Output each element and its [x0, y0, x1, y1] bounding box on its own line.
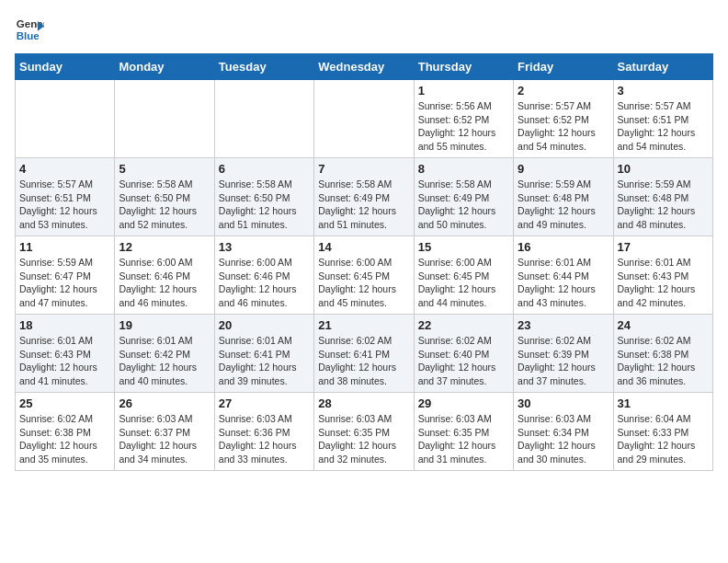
day-number: 31	[618, 396, 709, 410]
day-number: 20	[219, 318, 310, 332]
weekday-thursday: Thursday	[414, 54, 513, 80]
calendar-cell: 12Sunrise: 6:00 AM Sunset: 6:46 PM Dayli…	[115, 236, 214, 315]
calendar-cell: 2Sunrise: 5:57 AM Sunset: 6:52 PM Daylig…	[514, 80, 613, 158]
day-number: 7	[318, 162, 409, 176]
day-info: Sunrise: 6:02 AM Sunset: 6:40 PM Dayligh…	[418, 334, 509, 388]
calendar-cell: 13Sunrise: 6:00 AM Sunset: 6:46 PM Dayli…	[214, 236, 313, 315]
calendar-cell: 24Sunrise: 6:02 AM Sunset: 6:38 PM Dayli…	[613, 315, 712, 393]
logo: General Blue	[15, 15, 44, 44]
calendar-cell: 8Sunrise: 5:58 AM Sunset: 6:49 PM Daylig…	[414, 158, 513, 236]
day-number: 6	[219, 162, 310, 176]
day-number: 23	[518, 318, 609, 332]
day-info: Sunrise: 5:57 AM Sunset: 6:51 PM Dayligh…	[19, 178, 110, 232]
calendar-cell: 26Sunrise: 6:03 AM Sunset: 6:37 PM Dayli…	[115, 393, 214, 471]
day-info: Sunrise: 6:03 AM Sunset: 6:34 PM Dayligh…	[518, 412, 609, 466]
weekday-friday: Friday	[514, 54, 613, 80]
day-number: 9	[518, 162, 609, 176]
calendar-cell: 25Sunrise: 6:02 AM Sunset: 6:38 PM Dayli…	[16, 393, 115, 471]
weekday-monday: Monday	[115, 54, 214, 80]
day-info: Sunrise: 6:03 AM Sunset: 6:37 PM Dayligh…	[119, 412, 210, 466]
day-number: 12	[119, 240, 210, 254]
calendar-cell: 23Sunrise: 6:02 AM Sunset: 6:39 PM Dayli…	[514, 315, 613, 393]
day-info: Sunrise: 5:56 AM Sunset: 6:52 PM Dayligh…	[418, 99, 509, 154]
calendar-cell: 11Sunrise: 5:59 AM Sunset: 6:47 PM Dayli…	[16, 236, 115, 315]
calendar-cell: 20Sunrise: 6:01 AM Sunset: 6:41 PM Dayli…	[214, 315, 313, 393]
day-number: 19	[119, 318, 210, 332]
week-row-3: 11Sunrise: 5:59 AM Sunset: 6:47 PM Dayli…	[16, 236, 713, 315]
calendar-cell	[16, 80, 115, 158]
calendar-cell: 21Sunrise: 6:02 AM Sunset: 6:41 PM Dayli…	[314, 315, 414, 393]
day-number: 11	[19, 240, 110, 254]
day-info: Sunrise: 6:02 AM Sunset: 6:39 PM Dayligh…	[518, 334, 609, 388]
day-number: 3	[618, 84, 709, 98]
calendar-cell: 31Sunrise: 6:04 AM Sunset: 6:33 PM Dayli…	[613, 393, 712, 471]
day-info: Sunrise: 6:01 AM Sunset: 6:41 PM Dayligh…	[219, 334, 310, 388]
day-number: 1	[418, 84, 509, 98]
day-info: Sunrise: 6:02 AM Sunset: 6:41 PM Dayligh…	[318, 334, 409, 388]
calendar-cell: 16Sunrise: 6:01 AM Sunset: 6:44 PM Dayli…	[514, 236, 613, 315]
calendar-cell: 27Sunrise: 6:03 AM Sunset: 6:36 PM Dayli…	[214, 393, 313, 471]
day-number: 13	[219, 240, 310, 254]
day-number: 25	[19, 396, 110, 410]
day-number: 15	[418, 240, 509, 254]
day-info: Sunrise: 6:01 AM Sunset: 6:42 PM Dayligh…	[119, 334, 210, 388]
day-number: 10	[618, 162, 709, 176]
day-info: Sunrise: 6:01 AM Sunset: 6:43 PM Dayligh…	[618, 256, 709, 310]
calendar-cell: 17Sunrise: 6:01 AM Sunset: 6:43 PM Dayli…	[613, 236, 712, 315]
weekday-saturday: Saturday	[613, 54, 712, 80]
day-info: Sunrise: 6:03 AM Sunset: 6:35 PM Dayligh…	[418, 412, 509, 466]
calendar-cell: 14Sunrise: 6:00 AM Sunset: 6:45 PM Dayli…	[314, 236, 414, 315]
calendar-cell: 15Sunrise: 6:00 AM Sunset: 6:45 PM Dayli…	[414, 236, 513, 315]
day-number: 21	[318, 318, 409, 332]
day-number: 8	[418, 162, 509, 176]
svg-text:Blue: Blue	[17, 30, 40, 41]
weekday-tuesday: Tuesday	[214, 54, 313, 80]
day-info: Sunrise: 6:00 AM Sunset: 6:46 PM Dayligh…	[219, 256, 310, 310]
day-number: 17	[618, 240, 709, 254]
weekday-sunday: Sunday	[16, 54, 115, 80]
day-info: Sunrise: 5:58 AM Sunset: 6:49 PM Dayligh…	[418, 178, 509, 232]
day-number: 18	[19, 318, 110, 332]
day-info: Sunrise: 6:00 AM Sunset: 6:45 PM Dayligh…	[318, 256, 409, 310]
calendar-cell: 3Sunrise: 5:57 AM Sunset: 6:51 PM Daylig…	[613, 80, 712, 158]
logo-icon: General Blue	[15, 15, 44, 44]
day-info: Sunrise: 6:02 AM Sunset: 6:38 PM Dayligh…	[618, 334, 709, 388]
calendar-cell: 5Sunrise: 5:58 AM Sunset: 6:50 PM Daylig…	[115, 158, 214, 236]
day-number: 2	[518, 84, 609, 98]
day-number: 26	[119, 396, 210, 410]
day-number: 29	[418, 396, 509, 410]
day-number: 27	[219, 396, 310, 410]
day-number: 16	[518, 240, 609, 254]
calendar-table: SundayMondayTuesdayWednesdayThursdayFrid…	[15, 53, 713, 471]
day-number: 24	[618, 318, 709, 332]
day-info: Sunrise: 6:04 AM Sunset: 6:33 PM Dayligh…	[618, 412, 709, 466]
day-info: Sunrise: 5:58 AM Sunset: 6:49 PM Dayligh…	[318, 178, 409, 232]
calendar-cell: 4Sunrise: 5:57 AM Sunset: 6:51 PM Daylig…	[16, 158, 115, 236]
week-row-5: 25Sunrise: 6:02 AM Sunset: 6:38 PM Dayli…	[16, 393, 713, 471]
calendar-cell: 30Sunrise: 6:03 AM Sunset: 6:34 PM Dayli…	[514, 393, 613, 471]
day-number: 5	[119, 162, 210, 176]
day-info: Sunrise: 5:57 AM Sunset: 6:52 PM Dayligh…	[518, 99, 609, 154]
day-info: Sunrise: 6:00 AM Sunset: 6:46 PM Dayligh…	[119, 256, 210, 310]
calendar-cell	[314, 80, 414, 158]
week-row-1: 1Sunrise: 5:56 AM Sunset: 6:52 PM Daylig…	[16, 80, 713, 158]
day-number: 4	[19, 162, 110, 176]
weekday-header-row: SundayMondayTuesdayWednesdayThursdayFrid…	[16, 54, 713, 80]
day-info: Sunrise: 6:02 AM Sunset: 6:38 PM Dayligh…	[19, 412, 110, 466]
day-number: 28	[318, 396, 409, 410]
day-info: Sunrise: 6:00 AM Sunset: 6:45 PM Dayligh…	[418, 256, 509, 310]
day-info: Sunrise: 6:03 AM Sunset: 6:36 PM Dayligh…	[219, 412, 310, 466]
day-info: Sunrise: 5:59 AM Sunset: 6:48 PM Dayligh…	[518, 178, 609, 232]
calendar-cell: 7Sunrise: 5:58 AM Sunset: 6:49 PM Daylig…	[314, 158, 414, 236]
calendar-cell: 1Sunrise: 5:56 AM Sunset: 6:52 PM Daylig…	[414, 80, 513, 158]
calendar-cell: 9Sunrise: 5:59 AM Sunset: 6:48 PM Daylig…	[514, 158, 613, 236]
day-info: Sunrise: 6:01 AM Sunset: 6:43 PM Dayligh…	[19, 334, 110, 388]
calendar-cell: 6Sunrise: 5:58 AM Sunset: 6:50 PM Daylig…	[214, 158, 313, 236]
calendar-cell: 28Sunrise: 6:03 AM Sunset: 6:35 PM Dayli…	[314, 393, 414, 471]
calendar-cell: 19Sunrise: 6:01 AM Sunset: 6:42 PM Dayli…	[115, 315, 214, 393]
page-header: General Blue	[15, 15, 713, 44]
calendar-cell: 18Sunrise: 6:01 AM Sunset: 6:43 PM Dayli…	[16, 315, 115, 393]
day-info: Sunrise: 5:59 AM Sunset: 6:47 PM Dayligh…	[19, 256, 110, 310]
day-info: Sunrise: 5:58 AM Sunset: 6:50 PM Dayligh…	[119, 178, 210, 232]
day-number: 22	[418, 318, 509, 332]
